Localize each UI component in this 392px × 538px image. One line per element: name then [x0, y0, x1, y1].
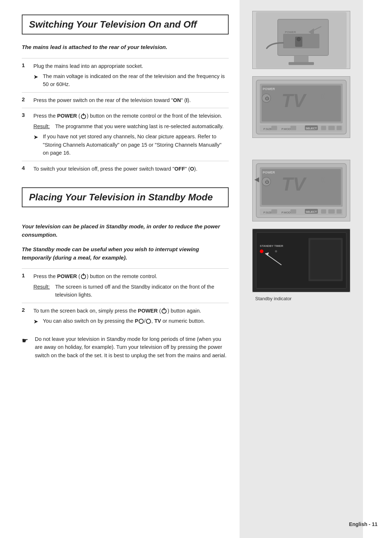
- svg-text:TV: TV: [281, 90, 307, 111]
- result-text-2: The screen is turned off and the Standby…: [55, 283, 229, 299]
- step-2: 2 Press the power switch on the rear of …: [22, 92, 229, 108]
- svg-rect-28: [336, 126, 342, 130]
- step-number-1: 1: [22, 62, 28, 68]
- step-3: 3 Press the POWER () button on the remot…: [22, 108, 229, 160]
- section2-intro1: Your television can be placed in Standby…: [22, 223, 229, 239]
- step-number-3: 3: [22, 112, 28, 118]
- note-item: ☛ Do not leave your television in Standb…: [22, 335, 229, 359]
- svg-rect-26: [321, 126, 326, 130]
- svg-text:POWER: POWER: [285, 30, 296, 34]
- footer-label: English - 11: [349, 521, 377, 527]
- step-3-sub: ➤ If you have not yet stored any channel…: [33, 133, 229, 157]
- section1-title: Switching Your Television On and Off: [22, 15, 229, 34]
- standby-step-number-2: 2: [22, 307, 28, 313]
- standby-step-2-sub-text: You can also switch on by pressing the P…: [43, 317, 205, 325]
- svg-text:((: ((: [321, 93, 325, 99]
- right-sidebar: POWER POWER TV: [240, 0, 363, 538]
- svg-text:STANDBY: STANDBY: [260, 244, 274, 248]
- section2-intro2: The Standby mode can be useful when you …: [22, 245, 229, 262]
- tv-circle: [146, 319, 151, 324]
- power-symbol-2: [81, 274, 86, 279]
- svg-rect-2: [294, 56, 309, 63]
- main-content: Switching Your Television On and Off The…: [0, 0, 240, 538]
- svg-text:POWER: POWER: [263, 87, 275, 91]
- svg-text:POWER: POWER: [263, 171, 275, 174]
- standby-svg: STANDBY TIMER: [253, 229, 350, 292]
- svg-rect-47: [336, 209, 342, 214]
- step-1-text: Plug the mains lead into an appropriate …: [33, 63, 143, 69]
- arrow-icon-s2: ➤: [33, 317, 40, 326]
- section2-title: Placing Your Television in Standby Mode: [22, 187, 229, 207]
- front-tv-svg-2: POWER TV (( ⏻ P.SIZE P.MODE SELECT: [253, 160, 350, 221]
- svg-rect-3: [289, 62, 314, 65]
- standby-step-2-sub: ➤ You can also switch on by pressing the…: [33, 317, 229, 326]
- svg-rect-42: [290, 209, 296, 214]
- rear-tv-image: POWER: [252, 11, 350, 69]
- arrow-icon-3: ➤: [33, 133, 40, 142]
- svg-rect-27: [328, 126, 335, 130]
- step-3-result: Result: The programme that you were watc…: [33, 122, 229, 130]
- arrow-icon-1: ➤: [33, 73, 40, 82]
- standby-step-number-1: 1: [22, 272, 28, 278]
- standby-caption: Standby indicator: [252, 294, 350, 301]
- p-circle: [139, 319, 144, 324]
- step-3-content: Press the POWER () button on the remote …: [33, 112, 229, 157]
- svg-rect-46: [328, 209, 335, 214]
- svg-rect-67: [310, 240, 341, 279]
- svg-text:⏻: ⏻: [265, 96, 269, 101]
- front-tv-image-1: POWER TV (( ⏻ P.SIZE P.MODE SELECT: [252, 76, 350, 138]
- svg-text:SELECT: SELECT: [306, 127, 317, 130]
- svg-rect-23: [290, 126, 296, 130]
- svg-rect-45: [321, 209, 326, 214]
- step-1-sub: ➤ The main voltage is indicated on the r…: [33, 72, 229, 89]
- svg-text:TIMER: TIMER: [274, 244, 283, 248]
- standby-image-container: STANDBY TIMER Standby indicator: [252, 229, 350, 301]
- standby-step-2-content: To turn the screen back on, simply press…: [33, 307, 229, 326]
- power-symbol-1: [81, 114, 86, 119]
- svg-text:P.SIZE: P.SIZE: [264, 127, 272, 131]
- rear-tv-svg: POWER: [256, 12, 347, 68]
- svg-text:((: ((: [321, 176, 325, 183]
- svg-rect-40: [271, 209, 277, 214]
- footer-page: English - 11: [349, 521, 377, 527]
- section1-steps: 1 Plug the mains lead into an appropriat…: [22, 58, 229, 177]
- page: Switching Your Television On and Off The…: [0, 0, 392, 538]
- result-label-1: Result:: [33, 122, 52, 130]
- front-tv-svg-1: POWER TV (( ⏻ P.SIZE P.MODE SELECT: [253, 76, 350, 138]
- result-label-2: Result:: [33, 283, 52, 299]
- svg-text:P.SIZE: P.SIZE: [264, 211, 272, 214]
- step-1: 1 Plug the mains lead into an appropriat…: [22, 58, 229, 92]
- step-2-content: Press the power switch on the rear of th…: [33, 96, 229, 104]
- step-number-4: 4: [22, 165, 28, 171]
- standby-step-2: 2 To turn the screen back on, simply pre…: [22, 303, 229, 330]
- svg-point-62: [260, 249, 264, 253]
- standby-step-1: 1 Press the POWER () button on the remot…: [22, 268, 229, 302]
- svg-text:TV: TV: [281, 174, 307, 195]
- section2-steps: 1 Press the POWER () button on the remot…: [22, 268, 229, 330]
- section1-intro: The mains lead is attached to the rear o…: [22, 43, 229, 52]
- note-icon: ☛: [22, 335, 30, 346]
- svg-point-6: [297, 37, 301, 41]
- step-3-sub-text: If you have not yet stored any channels,…: [43, 133, 229, 157]
- svg-rect-21: [271, 126, 277, 130]
- note-text: Do not leave your television in Standby …: [35, 335, 229, 359]
- standby-step-1-content: Press the POWER () button on the remote …: [33, 272, 229, 299]
- svg-text:⏻: ⏻: [265, 179, 269, 184]
- svg-text:SELECT: SELECT: [306, 210, 317, 213]
- front-tv-image-2: POWER TV (( ⏻ P.SIZE P.MODE SELECT: [252, 160, 350, 221]
- step-1-content: Plug the mains lead into an appropriate …: [33, 62, 229, 89]
- standby-step-1-result: Result: The screen is turned off and the…: [33, 283, 229, 299]
- power-symbol-3: [162, 309, 167, 314]
- result-text-1: The programme that you were watching las…: [55, 122, 224, 130]
- step-4: 4 To switch your television off, press t…: [22, 161, 229, 176]
- standby-image: STANDBY TIMER: [252, 229, 350, 292]
- step-1-sub-text: The main voltage is indicated on the rea…: [43, 72, 229, 89]
- svg-point-63: [275, 250, 277, 252]
- step-number-2: 2: [22, 96, 28, 102]
- step-4-content: To switch your television off, press the…: [33, 165, 229, 173]
